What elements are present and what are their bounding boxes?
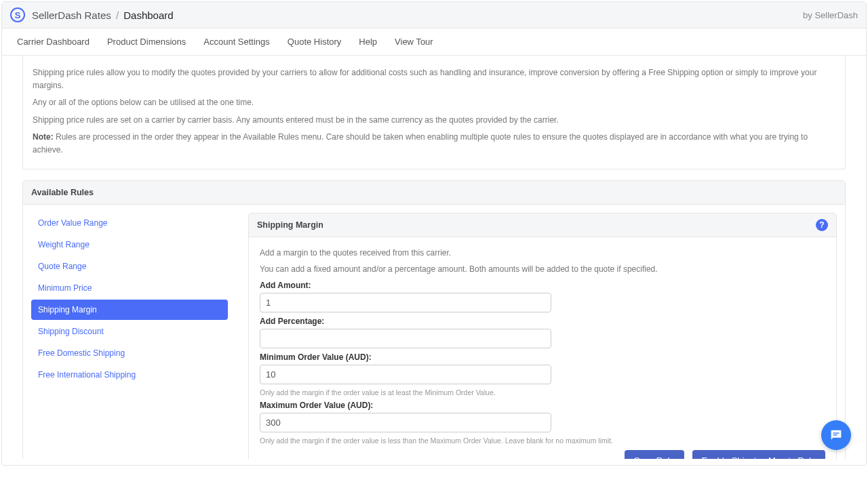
- max-order-label: Maximum Order Value (AUD):: [260, 401, 825, 410]
- nav-account-settings[interactable]: Account Settings: [203, 37, 270, 47]
- add-percentage-label: Add Percentage:: [260, 317, 825, 326]
- add-amount-label: Add Amount:: [260, 281, 825, 290]
- help-icon[interactable]: ?: [816, 219, 828, 231]
- vendor-label: by SellerDash: [803, 10, 858, 20]
- nav-quote-history[interactable]: Quote History: [288, 37, 341, 47]
- shipping-margin-panel: Shipping Margin ? Add a margin to the qu…: [248, 213, 837, 459]
- rule-free-international-shipping[interactable]: Free International Shipping: [31, 365, 228, 385]
- rule-free-domestic-shipping[interactable]: Free Domestic Shipping: [31, 343, 228, 363]
- save-rule-button[interactable]: Save Rule: [625, 450, 684, 459]
- rule-order-value-range[interactable]: Order Value Range: [31, 213, 228, 233]
- intro-card: Shipping price rules allow you to modify…: [22, 56, 846, 169]
- top-bar: S SellerDash Rates / Dashboard by Seller…: [2, 2, 866, 28]
- rule-shipping-discount[interactable]: Shipping Discount: [31, 321, 228, 342]
- nav-view-tour[interactable]: View Tour: [395, 37, 433, 47]
- breadcrumb-root[interactable]: SellerDash Rates: [32, 9, 111, 21]
- max-order-hint: Only add the margin if the order value i…: [260, 436, 825, 445]
- max-order-input[interactable]: [260, 413, 551, 432]
- rule-weight-range[interactable]: Weight Range: [31, 235, 228, 255]
- svg-rect-0: [833, 432, 839, 433]
- min-order-hint: Only add the margin if the order value i…: [260, 388, 825, 396]
- main-nav: Carrier Dashboard Product Dimensions Acc…: [2, 28, 866, 56]
- chat-fab[interactable]: [821, 420, 851, 450]
- breadcrumb-separator: /: [116, 9, 119, 21]
- logo-icon: S: [10, 7, 25, 22]
- available-rules-header: Available Rules: [23, 181, 845, 205]
- intro-p3: Shipping price rules are set on a carrie…: [33, 114, 835, 127]
- nav-help[interactable]: Help: [359, 37, 377, 47]
- intro-note: Note: Rules are processed in the order t…: [33, 131, 835, 157]
- shipping-margin-title: Shipping Margin: [257, 220, 323, 230]
- svg-rect-1: [833, 434, 837, 435]
- rule-quote-range[interactable]: Quote Range: [31, 256, 228, 277]
- enable-rule-button[interactable]: Enable Shipping Margin Rule: [692, 450, 825, 459]
- rules-sidebar: Order Value Range Weight Range Quote Ran…: [31, 213, 228, 459]
- intro-p1: Shipping price rules allow you to modify…: [33, 66, 835, 92]
- chat-icon: [829, 428, 844, 443]
- add-amount-input[interactable]: [260, 293, 551, 312]
- add-percentage-input[interactable]: [260, 329, 551, 348]
- breadcrumb-current: Dashboard: [123, 9, 173, 21]
- rule-shipping-margin[interactable]: Shipping Margin: [31, 300, 228, 320]
- margin-desc-1: Add a margin to the quotes received from…: [260, 248, 825, 258]
- margin-desc-2: You can add a fixed amount and/or a perc…: [260, 264, 825, 274]
- min-order-input[interactable]: [260, 365, 551, 384]
- available-rules-panel: Available Rules Order Value Range Weight…: [22, 180, 846, 459]
- intro-note-label: Note:: [33, 132, 54, 142]
- nav-carrier-dashboard[interactable]: Carrier Dashboard: [17, 37, 90, 47]
- rule-minimum-price[interactable]: Minimum Price: [31, 278, 228, 298]
- intro-note-text: Rules are processed in the order they ap…: [33, 132, 808, 155]
- breadcrumb: SellerDash Rates / Dashboard: [32, 9, 174, 21]
- intro-p2: Any or all of the options below can be u…: [33, 96, 835, 109]
- min-order-label: Minimum Order Value (AUD):: [260, 352, 825, 362]
- nav-product-dimensions[interactable]: Product Dimensions: [107, 37, 186, 47]
